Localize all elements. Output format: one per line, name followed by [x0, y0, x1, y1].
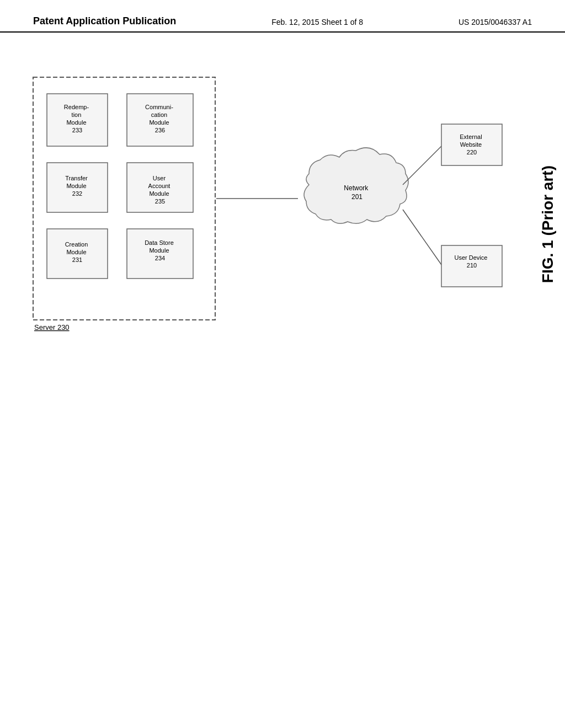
- diagram-svg: Server 230 Redemp- tion Module 233 Trans…: [28, 72, 508, 358]
- publication-number: US 2015/0046337 A1: [459, 15, 532, 26]
- data-store-module-box: [127, 229, 193, 279]
- server-label: Server 230: [34, 323, 70, 331]
- publication-date-sheet: Feb. 12, 2015 Sheet 1 of 8: [271, 15, 363, 26]
- network-cloud: Network 201: [304, 148, 408, 223]
- network-external-line: [403, 146, 441, 185]
- figure-label: FIG. 1 (Prior art): [539, 165, 557, 283]
- network-device-line: [403, 210, 441, 265]
- publication-title: Patent Application Publication: [33, 15, 176, 27]
- page-header: Patent Application Publication Feb. 12, …: [0, 0, 565, 33]
